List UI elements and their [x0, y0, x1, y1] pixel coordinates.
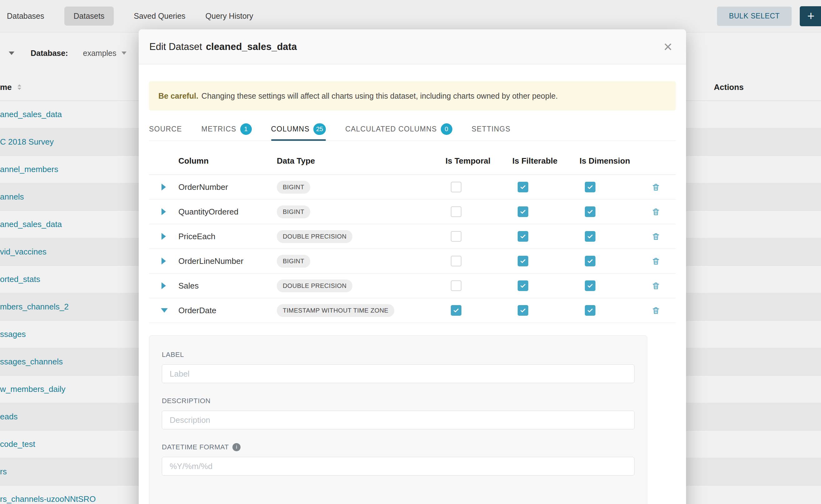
tab-source[interactable]: SOURCE: [149, 117, 182, 141]
is-dimension-checkbox[interactable]: [585, 280, 596, 291]
chevron-right-icon[interactable]: [161, 258, 166, 264]
label-input[interactable]: [162, 364, 635, 383]
is-dimension-checkbox[interactable]: [585, 182, 596, 192]
column-header-is-dimension: Is Dimension: [580, 156, 652, 166]
is-dimension-checkbox[interactable]: [585, 231, 596, 242]
column-name: QuantityOrdered: [178, 207, 277, 217]
modal-title: Edit Datasetcleaned_sales_data: [149, 41, 297, 52]
is-temporal-checkbox[interactable]: [451, 305, 462, 316]
is-dimension-checkbox[interactable]: [585, 305, 596, 316]
column-header-is-filterable: Is Filterable: [512, 156, 580, 166]
description-field-label: DESCRIPTION: [162, 397, 635, 405]
delete-column-icon[interactable]: [652, 183, 660, 191]
tab-count-badge: 0: [441, 123, 453, 135]
columns-table-header: Column Data Type Is Temporal Is Filterab…: [149, 147, 676, 175]
tab-label: SOURCE: [149, 125, 182, 133]
chevron-right-icon[interactable]: [161, 208, 166, 215]
modal-title-dataset-name: cleaned_sales_data: [206, 41, 297, 52]
warning-banner-bold: Be careful.: [158, 91, 198, 101]
columns-table-body: OrderNumberBIGINTQuantityOrderedBIGINTPr…: [149, 175, 676, 323]
column-name: PriceEach: [178, 232, 277, 241]
close-icon[interactable]: ×: [664, 39, 672, 54]
modal-title-prefix: Edit Dataset: [149, 41, 202, 52]
description-input[interactable]: [162, 411, 635, 429]
delete-column-icon[interactable]: [652, 282, 660, 290]
data-type-pill: BIGINT: [277, 205, 310, 218]
is-filterable-checkbox[interactable]: [518, 231, 528, 242]
is-dimension-checkbox[interactable]: [585, 206, 596, 217]
modal-body: Be careful. Changing these settings will…: [139, 81, 686, 504]
column-name: OrderDate: [178, 306, 277, 315]
tab-count-badge: 1: [240, 123, 252, 135]
column-header-is-temporal: Is Temporal: [446, 156, 512, 166]
is-filterable-checkbox[interactable]: [518, 206, 528, 217]
column-row: OrderLineNumberBIGINT: [149, 249, 676, 274]
delete-column-icon[interactable]: [652, 208, 660, 216]
chevron-right-icon[interactable]: [161, 233, 166, 240]
tab-metrics[interactable]: METRICS1: [201, 117, 252, 141]
modal-header: Edit Datasetcleaned_sales_data ×: [139, 29, 686, 64]
is-dimension-checkbox[interactable]: [585, 256, 596, 266]
is-temporal-checkbox[interactable]: [451, 206, 462, 217]
column-row: OrderDateTIMESTAMP WITHOUT TIME ZONE: [149, 298, 676, 323]
is-temporal-checkbox[interactable]: [451, 256, 462, 266]
label-field-group: LABEL: [162, 351, 635, 383]
delete-column-icon[interactable]: [652, 257, 660, 265]
chevron-down-icon[interactable]: [161, 308, 168, 313]
data-type-pill: DOUBLE PRECISION: [277, 279, 352, 292]
datetime-format-label-text: DATETIME FORMAT: [162, 443, 229, 451]
tab-label: METRICS: [201, 125, 236, 133]
is-filterable-checkbox[interactable]: [518, 280, 528, 291]
tab-label: SETTINGS: [472, 125, 511, 133]
modal-tabs: SOURCEMETRICS1COLUMNS25CALCULATED COLUMN…: [149, 117, 676, 141]
datetime-format-input[interactable]: [162, 457, 635, 476]
tab-label: COLUMNS: [271, 125, 309, 133]
info-icon[interactable]: i: [232, 443, 240, 451]
delete-column-icon[interactable]: [652, 232, 660, 241]
label-field-label: LABEL: [162, 351, 635, 359]
column-row: SalesDOUBLE PRECISION: [149, 274, 676, 298]
tab-calculated-columns[interactable]: CALCULATED COLUMNS0: [345, 117, 452, 141]
tab-columns[interactable]: COLUMNS25: [271, 117, 326, 141]
data-type-pill: BIGINT: [277, 181, 310, 194]
edit-dataset-modal: Edit Datasetcleaned_sales_data × Be care…: [139, 29, 686, 504]
column-name: OrderNumber: [178, 182, 277, 192]
column-row: PriceEachDOUBLE PRECISION: [149, 224, 676, 249]
tab-label: CALCULATED COLUMNS: [345, 125, 437, 133]
column-name: OrderLineNumber: [178, 256, 277, 266]
is-filterable-checkbox[interactable]: [518, 182, 528, 192]
chevron-right-icon[interactable]: [161, 184, 166, 190]
column-detail-panel: LABEL DESCRIPTION DATETIME FORMAT i: [149, 335, 647, 504]
column-row: QuantityOrderedBIGINT: [149, 200, 676, 224]
is-temporal-checkbox[interactable]: [451, 231, 462, 242]
is-filterable-checkbox[interactable]: [518, 256, 528, 266]
description-field-label-text: DESCRIPTION: [162, 397, 210, 405]
data-type-pill: TIMESTAMP WITHOUT TIME ZONE: [277, 304, 394, 317]
chevron-right-icon[interactable]: [161, 282, 166, 289]
column-header-column: Column: [178, 156, 277, 166]
data-type-pill: BIGINT: [277, 255, 310, 268]
is-temporal-checkbox[interactable]: [451, 182, 462, 192]
tab-count-badge: 25: [313, 123, 326, 135]
datetime-format-field-group: DATETIME FORMAT i: [162, 443, 635, 476]
is-filterable-checkbox[interactable]: [518, 305, 528, 316]
column-row: OrderNumberBIGINT: [149, 175, 676, 200]
warning-banner: Be careful. Changing these settings will…: [149, 81, 676, 111]
tab-settings[interactable]: SETTINGS: [472, 117, 511, 141]
column-header-data-type: Data Type: [277, 156, 446, 166]
column-name: Sales: [178, 281, 277, 291]
description-field-group: DESCRIPTION: [162, 397, 635, 429]
label-field-label-text: LABEL: [162, 351, 184, 359]
datetime-format-field-label: DATETIME FORMAT i: [162, 443, 635, 451]
delete-column-icon[interactable]: [652, 306, 660, 315]
data-type-pill: DOUBLE PRECISION: [277, 230, 352, 243]
warning-banner-text: Changing these settings will affect all …: [201, 91, 558, 101]
is-temporal-checkbox[interactable]: [451, 280, 462, 291]
